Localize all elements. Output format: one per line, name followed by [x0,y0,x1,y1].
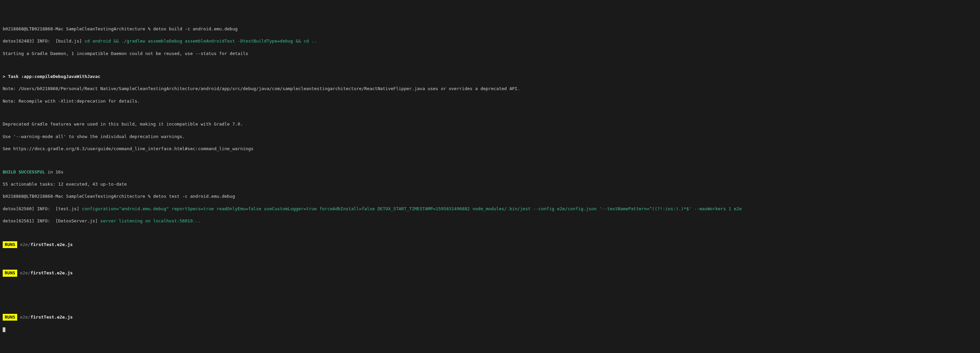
build-time: in 16s [45,169,64,174]
runs-badge: RUNS [3,314,17,321]
deprecated-line-2: Use '--warning-mode all' to show the ind… [3,134,977,140]
test-path: e2e/ [17,315,30,319]
info-prefix: detox[62561] INFO: [DetoxServer.js] [3,218,100,224]
runs-line-2: RUNS e2e/firstTest.e2e.js [3,270,977,276]
gradle-command: cd android && ./gradlew assembleDebug as… [84,38,317,43]
user-host: b0218868@LTB0218868-Mac [3,194,64,199]
terminal-cursor[interactable] [3,327,5,332]
cursor-line[interactable] [3,327,977,333]
command-text: detox test -c android.emu.debug [153,194,235,199]
daemon-line: Starting a Gradle Daemon, 1 incompatible… [3,51,977,57]
build-result-line: BUILD SUCCESSFUL in 16s [3,169,977,175]
build-successful-label: BUILD SUCCESSFUL [3,169,45,174]
test-path: e2e/ [17,270,30,275]
tasks-summary-line: 55 actionable tasks: 12 executed, 43 up-… [3,181,977,187]
command-text: detox build -c android.emu.debug [153,26,237,31]
info-build-line: detox[62483] INFO: [build.js] cd android… [3,38,977,44]
server-msg: server listening on localhost:56019... [100,218,200,224]
cwd: SampleCleanTestingArchitecture [66,194,145,199]
runs-line-1: RUNS e2e/firstTest.e2e.js [3,241,977,248]
note-line-1: Note: /Users/b0218868/Personal/React Nat… [3,86,977,92]
jest-config: configuration="android.emu.debug" report… [82,206,742,211]
test-path: e2e/ [17,242,30,247]
deprecated-line-3: See https://docs.gradle.org/6.3/userguid… [3,146,977,152]
prompt-line-2: b0218868@LTB0218868-Mac SampleCleanTesti… [3,193,977,200]
prompt-symbol: % [148,26,150,31]
user-host: b0218868@LTB0218868-Mac [3,26,64,31]
test-file: firstTest.e2e.js [30,315,73,319]
prompt-line-1: b0218868@LTB0218868-Mac SampleCleanTesti… [3,26,977,32]
test-file: firstTest.e2e.js [30,242,73,247]
info-server-line: detox[62561] INFO: [DetoxServer.js] serv… [3,218,977,224]
runs-badge: RUNS [3,241,17,248]
info-prefix: detox[62560] INFO: [test.js] [3,206,82,211]
test-file: firstTest.e2e.js [30,270,73,275]
note-line-2: Note: Recompile with -Xlint:deprecation … [3,98,977,104]
task-line: > Task :app:compileDebugJavaWithJavac [3,73,977,80]
prompt-symbol: % [148,194,150,199]
cwd: SampleCleanTestingArchitecture [66,26,145,31]
info-test-line: detox[62560] INFO: [test.js] configurati… [3,206,977,212]
runs-line-3: RUNS e2e/firstTest.e2e.js [3,314,977,321]
deprecated-line-1: Deprecated Gradle features were used in … [3,121,977,127]
runs-badge: RUNS [3,270,17,276]
info-prefix: detox[62483] INFO: [build.js] [3,38,84,43]
